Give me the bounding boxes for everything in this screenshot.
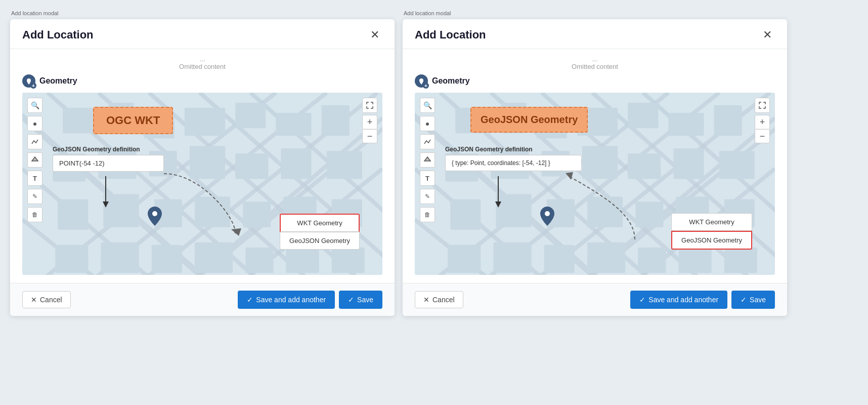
left-search-btn[interactable]: 🔍 [27, 98, 42, 113]
right-cancel-label: Cancel [432, 296, 455, 304]
svg-rect-38 [55, 245, 88, 273]
svg-marker-95 [424, 157, 430, 161]
right-cancel-x-icon: ✕ [423, 296, 429, 304]
left-map-pin [148, 207, 162, 226]
left-polygon-btn[interactable] [27, 152, 42, 168]
left-btn-group: ✓ Save and add another ✓ Save [238, 291, 382, 309]
svg-marker-49 [231, 228, 241, 236]
right-zoom-out-btn[interactable]: − [755, 129, 770, 143]
left-modal-body: ...Omitted content Geometry [10, 49, 395, 283]
left-save-button[interactable]: ✓ Save [339, 291, 382, 309]
svg-rect-21 [235, 103, 266, 128]
svg-rect-71 [628, 103, 658, 128]
left-geojson-input[interactable]: POINT(-54 -12) [53, 155, 164, 172]
right-geojson-input[interactable]: { type: Point, coordinates: [-54, -12] } [445, 155, 582, 171]
svg-rect-31 [58, 199, 88, 230]
right-geojson-label: GeoJSON Geometry definition [445, 146, 582, 153]
right-map-pin [540, 207, 554, 226]
right-search-btn[interactable]: 🔍 [420, 98, 435, 113]
left-zoom-out-btn[interactable]: − [362, 129, 377, 143]
left-cancel-x-icon: ✕ [31, 296, 37, 304]
right-save-add-check-icon: ✓ [639, 296, 645, 304]
left-text-btn[interactable]: T [27, 171, 42, 186]
left-highlight-text: OGC WKT [106, 114, 160, 127]
right-location-icon [415, 74, 428, 88]
left-close-button[interactable]: ✕ [367, 28, 382, 42]
right-save-label: Save [750, 296, 766, 304]
right-text-btn[interactable]: T [420, 171, 435, 186]
right-edit-btn[interactable]: ✎ [420, 189, 435, 204]
right-section-header: Geometry [415, 74, 775, 88]
left-omitted-content: ...Omitted content [22, 49, 382, 74]
left-point-btn[interactable]: ● [27, 116, 42, 131]
svg-marker-45 [32, 157, 38, 161]
right-zoom-group: + − [755, 115, 770, 143]
right-save-add-label: Save and add another [648, 296, 718, 304]
right-section-title: Geometry [432, 76, 470, 86]
left-map-left-controls: 🔍 ● T ✎ 🗑 [27, 98, 42, 222]
svg-rect-30 [327, 151, 362, 179]
left-modal-title: Add Location [22, 28, 94, 42]
left-expand-btn[interactable] [362, 98, 377, 113]
left-map-right-controls: + − [362, 98, 377, 143]
right-close-button[interactable]: ✕ [760, 28, 775, 42]
right-modal: Add Location ✕ ...Omitted content Geomet… [403, 19, 787, 316]
right-map-container[interactable]: 🔍 ● T ✎ 🗑 [415, 93, 775, 275]
left-cancel-label: Cancel [40, 296, 62, 304]
left-save-add-button[interactable]: ✓ Save and add another [238, 291, 335, 309]
left-map-container[interactable]: 🔍 ● T ✎ 🗑 [22, 93, 382, 275]
left-cancel-button[interactable]: ✕ Cancel [22, 291, 71, 308]
left-section-header: Geometry [22, 74, 382, 88]
svg-rect-39 [101, 242, 139, 273]
right-dashed-arrow [564, 141, 685, 257]
left-save-check-icon: ✓ [348, 296, 354, 304]
right-modal-footer: ✕ Cancel ✓ Save and add another ✓ Save [403, 283, 787, 316]
left-modal-header: Add Location ✕ [10, 19, 395, 49]
left-zoom-in-btn[interactable]: + [362, 115, 377, 129]
svg-point-48 [152, 211, 157, 216]
right-save-button[interactable]: ✓ Save [731, 291, 775, 309]
left-modal-label: Add location modal [10, 10, 395, 16]
svg-rect-94 [724, 248, 757, 273]
right-zoom-in-btn[interactable]: + [755, 115, 770, 129]
right-geojson-area: GeoJSON Geometry definition { type: Poin… [445, 146, 582, 171]
right-cancel-button[interactable]: ✕ Cancel [415, 291, 463, 308]
right-map-left-controls: 🔍 ● T ✎ 🗑 [420, 98, 435, 222]
right-point-btn[interactable]: ● [420, 116, 435, 131]
svg-rect-89 [493, 242, 531, 273]
svg-rect-22 [276, 113, 311, 136]
svg-marker-47 [103, 201, 109, 208]
left-dashed-arrow [164, 143, 306, 255]
svg-marker-97 [495, 201, 501, 208]
svg-point-98 [545, 211, 550, 216]
right-polygon-btn[interactable] [420, 152, 435, 168]
left-modal-wrapper: Add location modal Add Location ✕ ...Omi… [10, 10, 395, 316]
right-expand-btn[interactable] [755, 98, 770, 113]
svg-rect-80 [719, 151, 755, 179]
right-modal-label: Add location modal [403, 10, 787, 16]
left-edit-btn[interactable]: ✎ [27, 189, 42, 204]
left-location-icon [22, 74, 35, 88]
left-save-add-label: Save and add another [256, 296, 326, 304]
left-geojson-area: GeoJSON Geometry definition POINT(-54 -1… [53, 146, 164, 172]
left-geojson-label: GeoJSON Geometry definition [53, 146, 164, 153]
right-save-check-icon: ✓ [741, 296, 747, 304]
left-line-btn[interactable] [27, 134, 42, 149]
svg-rect-73 [714, 105, 742, 136]
left-arrow-down [101, 176, 116, 212]
svg-marker-99 [566, 172, 573, 180]
right-highlight-box: GeoJSON Geometry [470, 107, 588, 133]
right-save-add-button[interactable]: ✓ Save and add another [630, 291, 727, 309]
left-delete-btn[interactable]: 🗑 [27, 207, 42, 222]
svg-rect-20 [185, 108, 225, 136]
right-delete-btn[interactable]: 🗑 [420, 207, 435, 222]
right-modal-body: ...Omitted content Geometry [403, 49, 787, 283]
left-modal-footer: ✕ Cancel ✓ Save and add another ✓ Save [10, 283, 395, 316]
svg-rect-44 [332, 248, 365, 273]
right-line-btn[interactable] [420, 134, 435, 149]
left-save-add-check-icon: ✓ [247, 296, 253, 304]
svg-rect-72 [668, 113, 704, 136]
left-section-title: Geometry [39, 76, 77, 86]
right-modal-header: Add Location ✕ [403, 19, 787, 49]
svg-rect-23 [322, 105, 350, 136]
